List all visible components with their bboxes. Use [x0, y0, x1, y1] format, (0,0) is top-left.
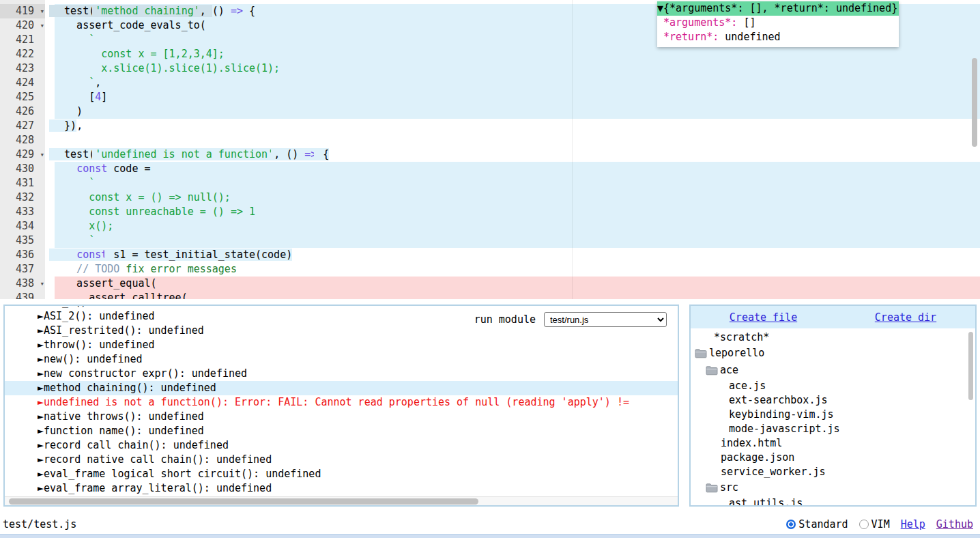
code-line-426[interactable]: )	[0, 104, 980, 119]
tree-file-ace-js[interactable]: ace.js	[691, 379, 975, 393]
tooltip-header[interactable]: ▼{*arguments*: [], *return*: undefined}	[657, 1, 899, 16]
gutter-line-436[interactable]: 436	[0, 248, 45, 262]
gutter-line-420[interactable]: 420▾	[0, 18, 45, 33]
tree-folder-src[interactable]: src	[691, 479, 975, 496]
code-line-422[interactable]: const x = [1,2,3,4];	[0, 47, 980, 61]
gutter-line-433[interactable]: 433	[0, 205, 45, 219]
radio-icon[interactable]	[786, 520, 796, 529]
test-result-row[interactable]: ►throw(): undefined	[5, 338, 678, 352]
code-line-430[interactable]: const code =	[0, 162, 980, 176]
expand-triangle-icon[interactable]: ►	[38, 324, 44, 337]
gutter-line-424[interactable]: 424	[0, 76, 45, 90]
gutter-line-429[interactable]: 429▾	[0, 147, 45, 162]
test-result-row[interactable]: ►new constructor expr(): undefined	[5, 367, 678, 381]
expand-triangle-icon[interactable]: ►	[38, 482, 44, 494]
gutter-line-439[interactable]: 439	[0, 291, 45, 299]
test-result-row[interactable]: ►record call chain(): undefined	[5, 438, 678, 453]
code-line-423[interactable]: x.slice(1).slice(1).slice(1);	[0, 61, 980, 76]
gutter-line-419[interactable]: 419▾	[0, 4, 45, 18]
code-line-434[interactable]: x();	[0, 219, 980, 233]
gutter-line-428[interactable]: 428	[0, 133, 45, 147]
expand-triangle-icon[interactable]: ►	[38, 468, 44, 480]
code-line-435[interactable]: `	[0, 233, 980, 248]
run-module-select[interactable]: test/run.js	[544, 312, 667, 327]
tree-file-keybinding-vim-js[interactable]: keybinding-vim.js	[691, 408, 975, 422]
test-result-row[interactable]: ►undefined is not a function(): Error: F…	[5, 395, 678, 410]
files-scrollbar-thumb[interactable]	[968, 332, 973, 400]
expand-triangle-icon[interactable]: ►	[38, 396, 44, 408]
code-editor[interactable]: 419▾420▾421422423424425426427428429▾4304…	[0, 0, 980, 299]
create-dir-link[interactable]: Create dir	[875, 311, 936, 324]
editor-scrollbar[interactable]	[972, 58, 977, 147]
code-line-429[interactable]: test('undefined is not a function', () =…	[0, 147, 980, 162]
test-result-row[interactable]: ►method chaining(): undefined	[5, 381, 678, 395]
expand-triangle-icon[interactable]: ►	[38, 382, 44, 394]
test-result-row[interactable]: ►ASI_1(): undefined	[5, 305, 678, 309]
gutter-line-427[interactable]: 427	[0, 119, 45, 133]
gutter-line-437[interactable]: 437	[0, 262, 45, 277]
expand-triangle-icon[interactable]: ►	[38, 305, 44, 308]
gutter-line-438[interactable]: 438▾	[0, 277, 45, 291]
fold-arrow-icon[interactable]: ▾	[40, 277, 44, 291]
tree-file-index-html[interactable]: index.html	[691, 436, 975, 451]
collapse-triangle-icon[interactable]: ▼	[657, 2, 663, 14]
tree-file-ast-utils-js[interactable]: ast_utils.js	[691, 496, 975, 505]
tooltip-entry[interactable]: *arguments*: []	[657, 16, 899, 30]
tree-folder-leporello[interactable]: leporello	[691, 345, 975, 362]
fold-arrow-icon[interactable]: ▾	[40, 4, 44, 18]
create-file-link[interactable]: Create file	[730, 311, 797, 324]
editor-gutter[interactable]: 419▾420▾421422423424425426427428429▾4304…	[0, 4, 45, 299]
test-result-row[interactable]: ►eval_frame logical short circuit(): und…	[5, 467, 678, 481]
gutter-line-421[interactable]: 421	[0, 33, 45, 47]
expand-triangle-icon[interactable]: ►	[38, 410, 44, 423]
gutter-line-431[interactable]: 431	[0, 176, 45, 190]
code-line-436[interactable]: const s1 = test_initial_state(code)	[0, 248, 980, 262]
gutter-line-435[interactable]: 435	[0, 233, 45, 248]
code-line-424[interactable]: `,	[0, 76, 980, 90]
code-line-427[interactable]: }),	[0, 119, 980, 133]
tree-file-package-json[interactable]: package.json	[691, 451, 975, 465]
results-hscrollbar-track[interactable]	[5, 496, 678, 505]
test-result-row[interactable]: ►function name(): undefined	[5, 424, 678, 438]
code-line-431[interactable]: `	[0, 176, 980, 190]
test-result-row[interactable]: ►eval_frame array_literal(): undefined	[5, 481, 678, 496]
expand-triangle-icon[interactable]: ►	[38, 367, 44, 380]
gutter-line-434[interactable]: 434	[0, 219, 45, 233]
code-line-437[interactable]: // TODO fix error messages	[0, 262, 980, 277]
keybinding-standard-radio[interactable]: Standard	[786, 518, 848, 530]
tree-file-ext-searchbox-js[interactable]: ext-searchbox.js	[691, 393, 975, 408]
tree-file-service-worker-js[interactable]: service_worker.js	[691, 465, 975, 479]
tooltip-entry[interactable]: *return*: undefined	[657, 30, 899, 44]
expand-triangle-icon[interactable]: ►	[38, 453, 44, 466]
gutter-line-425[interactable]: 425	[0, 90, 45, 104]
code-line-433[interactable]: const unreachable = () => 1	[0, 205, 980, 219]
keybinding-vim-radio[interactable]: VIM	[859, 518, 890, 530]
radio-icon[interactable]	[859, 520, 869, 529]
expand-triangle-icon[interactable]: ►	[38, 353, 44, 365]
code-line-439[interactable]: assert_calltree(	[0, 291, 980, 299]
code-line-425[interactable]: [4]	[0, 90, 980, 104]
gutter-line-430[interactable]: 430	[0, 162, 45, 176]
file-tree[interactable]: *scratch* leporello aceace.jsext-searchb…	[691, 328, 975, 505]
expand-triangle-icon[interactable]: ►	[38, 425, 44, 437]
gutter-line-432[interactable]: 432	[0, 190, 45, 205]
expand-triangle-icon[interactable]: ►	[38, 439, 44, 451]
code-line-432[interactable]: const x = () => null();	[0, 190, 980, 205]
code-area[interactable]: test('method chaining', () => { assert_c…	[0, 4, 980, 299]
tree-folder-ace[interactable]: ace	[691, 362, 975, 379]
gutter-line-423[interactable]: 423	[0, 61, 45, 76]
expand-triangle-icon[interactable]: ►	[38, 310, 44, 322]
github-link[interactable]: Github	[936, 518, 973, 530]
fold-arrow-icon[interactable]: ▾	[40, 18, 44, 33]
test-result-row[interactable]: ►new(): undefined	[5, 352, 678, 367]
gutter-line-422[interactable]: 422	[0, 47, 45, 61]
test-result-row[interactable]: ►record native call chain(): undefined	[5, 453, 678, 467]
code-line-438[interactable]: assert_equal(	[0, 277, 980, 291]
tree-file--scratch-[interactable]: *scratch*	[691, 330, 975, 345]
expand-triangle-icon[interactable]: ►	[38, 339, 44, 351]
gutter-line-426[interactable]: 426	[0, 104, 45, 119]
results-hscrollbar-thumb[interactable]	[9, 498, 478, 505]
tree-file-mode-javascript-js[interactable]: mode-javascript.js	[691, 422, 975, 436]
code-line-428[interactable]	[0, 133, 980, 147]
test-result-row[interactable]: ►native throws(): undefined	[5, 410, 678, 424]
